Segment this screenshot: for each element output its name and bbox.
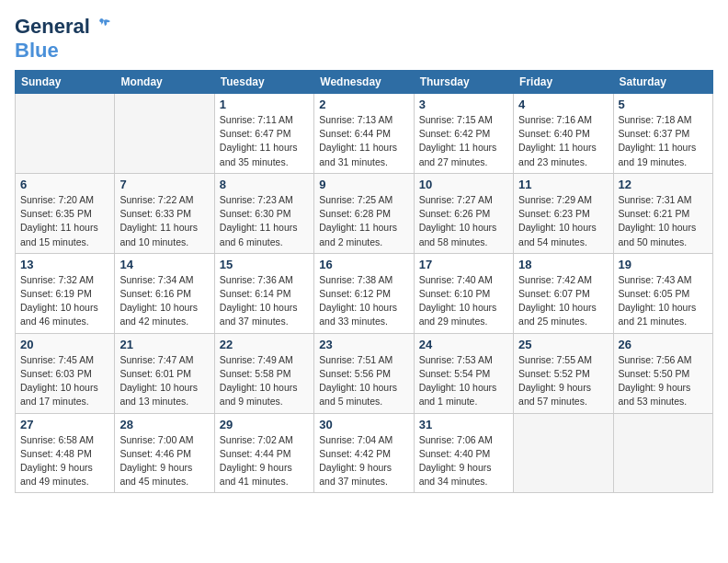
day-info: Sunrise: 7:45 AM Sunset: 6:03 PM Dayligh… [20, 353, 109, 409]
col-header-sunday: Sunday [16, 71, 115, 94]
day-info: Sunrise: 7:51 AM Sunset: 5:56 PM Dayligh… [319, 353, 408, 409]
day-cell [613, 413, 712, 493]
day-info: Sunrise: 7:49 AM Sunset: 5:58 PM Dayligh… [220, 353, 309, 409]
day-number: 28 [119, 418, 209, 431]
day-info: Sunrise: 7:22 AM Sunset: 6:33 PM Dayligh… [119, 193, 209, 249]
day-info: Sunrise: 7:53 AM Sunset: 5:54 PM Dayligh… [419, 353, 508, 409]
day-info: Sunrise: 7:29 AM Sunset: 6:23 PM Dayligh… [518, 193, 608, 249]
day-info: Sunrise: 7:31 AM Sunset: 6:21 PM Dayligh… [619, 193, 708, 249]
day-cell: 16Sunrise: 7:38 AM Sunset: 6:12 PM Dayli… [314, 253, 414, 333]
day-number: 21 [119, 338, 209, 351]
logo-blue: Blue [15, 39, 59, 62]
week-row-4: 20Sunrise: 7:45 AM Sunset: 6:03 PM Dayli… [16, 333, 713, 413]
day-cell: 13Sunrise: 7:32 AM Sunset: 6:19 PM Dayli… [16, 253, 115, 333]
day-cell: 11Sunrise: 7:29 AM Sunset: 6:23 PM Dayli… [514, 173, 613, 253]
day-cell: 7Sunrise: 7:22 AM Sunset: 6:33 PM Daylig… [115, 173, 214, 253]
day-cell: 3Sunrise: 7:15 AM Sunset: 6:42 PM Daylig… [414, 94, 513, 174]
header-row: SundayMondayTuesdayWednesdayThursdayFrid… [16, 71, 713, 94]
day-info: Sunrise: 7:55 AM Sunset: 5:52 PM Dayligh… [518, 353, 608, 409]
col-header-saturday: Saturday [613, 71, 712, 94]
day-info: Sunrise: 7:34 AM Sunset: 6:16 PM Dayligh… [119, 273, 209, 329]
day-cell: 4Sunrise: 7:16 AM Sunset: 6:40 PM Daylig… [514, 94, 613, 174]
day-info: Sunrise: 7:11 AM Sunset: 6:47 PM Dayligh… [220, 113, 309, 169]
day-number: 5 [619, 98, 708, 111]
day-number: 3 [419, 98, 508, 111]
day-info: Sunrise: 7:36 AM Sunset: 6:14 PM Dayligh… [220, 273, 309, 329]
day-cell: 28Sunrise: 7:00 AM Sunset: 4:46 PM Dayli… [115, 413, 214, 493]
day-info: Sunrise: 7:04 AM Sunset: 4:42 PM Dayligh… [319, 433, 408, 489]
day-number: 15 [220, 258, 309, 271]
day-cell: 17Sunrise: 7:40 AM Sunset: 6:10 PM Dayli… [414, 253, 513, 333]
day-number: 27 [20, 418, 109, 431]
day-number: 12 [619, 178, 708, 191]
day-cell: 9Sunrise: 7:25 AM Sunset: 6:28 PM Daylig… [314, 173, 414, 253]
day-cell: 14Sunrise: 7:34 AM Sunset: 6:16 PM Dayli… [115, 253, 214, 333]
day-number: 20 [20, 338, 109, 351]
day-number: 16 [319, 258, 408, 271]
day-cell: 10Sunrise: 7:27 AM Sunset: 6:26 PM Dayli… [414, 173, 513, 253]
day-number: 6 [20, 178, 109, 191]
col-header-wednesday: Wednesday [314, 71, 414, 94]
day-number: 1 [220, 98, 309, 111]
week-row-5: 27Sunrise: 6:58 AM Sunset: 4:48 PM Dayli… [16, 413, 713, 493]
day-info: Sunrise: 7:15 AM Sunset: 6:42 PM Dayligh… [419, 113, 508, 169]
logo-general: General [15, 15, 90, 39]
day-info: Sunrise: 7:43 AM Sunset: 6:05 PM Dayligh… [619, 273, 708, 329]
day-number: 31 [419, 418, 508, 431]
day-number: 26 [619, 338, 708, 351]
day-cell: 1Sunrise: 7:11 AM Sunset: 6:47 PM Daylig… [214, 94, 313, 174]
day-info: Sunrise: 7:42 AM Sunset: 6:07 PM Dayligh… [518, 273, 608, 329]
day-number: 18 [518, 258, 608, 271]
day-cell: 23Sunrise: 7:51 AM Sunset: 5:56 PM Dayli… [314, 333, 414, 413]
day-number: 24 [419, 338, 508, 351]
day-info: Sunrise: 7:16 AM Sunset: 6:40 PM Dayligh… [518, 113, 608, 169]
col-header-tuesday: Tuesday [214, 71, 313, 94]
day-cell: 26Sunrise: 7:56 AM Sunset: 5:50 PM Dayli… [613, 333, 712, 413]
day-cell [514, 413, 613, 493]
day-cell: 12Sunrise: 7:31 AM Sunset: 6:21 PM Dayli… [613, 173, 712, 253]
day-cell: 22Sunrise: 7:49 AM Sunset: 5:58 PM Dayli… [214, 333, 313, 413]
day-cell: 2Sunrise: 7:13 AM Sunset: 6:44 PM Daylig… [314, 94, 414, 174]
page-header: General Blue [15, 15, 713, 63]
day-cell [16, 94, 115, 174]
day-number: 19 [619, 258, 708, 271]
day-info: Sunrise: 7:38 AM Sunset: 6:12 PM Dayligh… [319, 273, 408, 329]
day-number: 14 [119, 258, 209, 271]
day-cell: 19Sunrise: 7:43 AM Sunset: 6:05 PM Dayli… [613, 253, 712, 333]
col-header-thursday: Thursday [414, 71, 513, 94]
day-info: Sunrise: 7:06 AM Sunset: 4:40 PM Dayligh… [419, 433, 508, 489]
day-cell: 30Sunrise: 7:04 AM Sunset: 4:42 PM Dayli… [314, 413, 414, 493]
day-number: 11 [518, 178, 608, 191]
day-cell: 20Sunrise: 7:45 AM Sunset: 6:03 PM Dayli… [16, 333, 115, 413]
day-info: Sunrise: 7:02 AM Sunset: 4:44 PM Dayligh… [220, 433, 309, 489]
week-row-2: 6Sunrise: 7:20 AM Sunset: 6:35 PM Daylig… [16, 173, 713, 253]
day-cell: 31Sunrise: 7:06 AM Sunset: 4:40 PM Dayli… [414, 413, 513, 493]
day-number: 9 [319, 178, 408, 191]
col-header-monday: Monday [115, 71, 214, 94]
calendar-table: SundayMondayTuesdayWednesdayThursdayFrid… [15, 70, 713, 493]
day-info: Sunrise: 7:23 AM Sunset: 6:30 PM Dayligh… [220, 193, 309, 249]
day-cell [115, 94, 214, 174]
logo: General Blue [15, 15, 114, 63]
day-number: 8 [220, 178, 309, 191]
day-cell: 6Sunrise: 7:20 AM Sunset: 6:35 PM Daylig… [16, 173, 115, 253]
day-info: Sunrise: 7:47 AM Sunset: 6:01 PM Dayligh… [119, 353, 209, 409]
day-cell: 27Sunrise: 6:58 AM Sunset: 4:48 PM Dayli… [16, 413, 115, 493]
day-cell: 18Sunrise: 7:42 AM Sunset: 6:07 PM Dayli… [514, 253, 613, 333]
day-number: 29 [220, 418, 309, 431]
day-cell: 25Sunrise: 7:55 AM Sunset: 5:52 PM Dayli… [514, 333, 613, 413]
day-cell: 8Sunrise: 7:23 AM Sunset: 6:30 PM Daylig… [214, 173, 313, 253]
day-number: 23 [319, 338, 408, 351]
day-number: 17 [419, 258, 508, 271]
day-number: 7 [119, 178, 209, 191]
col-header-friday: Friday [514, 71, 613, 94]
day-cell: 24Sunrise: 7:53 AM Sunset: 5:54 PM Dayli… [414, 333, 513, 413]
day-number: 30 [319, 418, 408, 431]
day-number: 22 [220, 338, 309, 351]
day-info: Sunrise: 7:27 AM Sunset: 6:26 PM Dayligh… [419, 193, 508, 249]
day-info: Sunrise: 7:20 AM Sunset: 6:35 PM Dayligh… [20, 193, 109, 249]
day-info: Sunrise: 6:58 AM Sunset: 4:48 PM Dayligh… [20, 433, 109, 489]
day-info: Sunrise: 7:00 AM Sunset: 4:46 PM Dayligh… [119, 433, 209, 489]
day-cell: 15Sunrise: 7:36 AM Sunset: 6:14 PM Dayli… [214, 253, 313, 333]
logo-bird-icon [94, 17, 114, 37]
